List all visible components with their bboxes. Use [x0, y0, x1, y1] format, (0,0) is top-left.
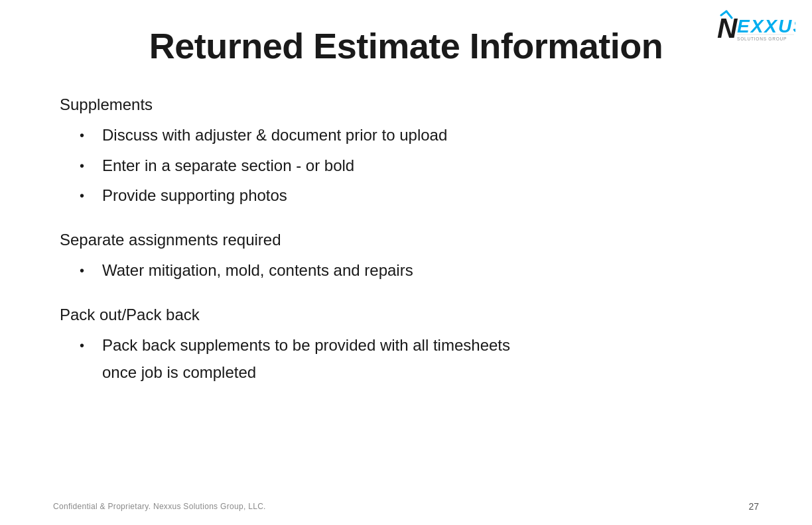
- bullet-icon: •: [80, 262, 93, 279]
- logo: N EXXUS SOLUTIONS GROUP: [716, 10, 795, 46]
- section-heading-packout: Pack out/Pack back: [60, 306, 759, 324]
- footer-page-number: 27: [748, 501, 759, 512]
- section-supplements: Supplements • Discuss with adjuster & do…: [60, 95, 759, 205]
- bullet-text: Pack back supplements to be provided wit…: [102, 335, 759, 355]
- bullet-text: Water mitigation, mold, contents and rep…: [102, 260, 759, 280]
- footer-confidential: Confidential & Proprietary. Nexxus Solut…: [53, 502, 266, 511]
- bullet-list-packout: • Pack back supplements to be provided w…: [60, 335, 759, 355]
- footer: Confidential & Proprietary. Nexxus Solut…: [0, 501, 812, 512]
- bullet-list-assignments: • Water mitigation, mold, contents and r…: [60, 260, 759, 280]
- section-heading-supplements: Supplements: [60, 95, 759, 114]
- bullet-icon: •: [80, 157, 93, 174]
- continuation-text: once job is completed: [60, 362, 759, 382]
- list-item: • Discuss with adjuster & document prior…: [80, 125, 759, 145]
- bullet-icon: •: [80, 127, 93, 144]
- content-area: Supplements • Discuss with adjuster & do…: [53, 95, 759, 382]
- svg-text:SOLUTIONS GROUP: SOLUTIONS GROUP: [737, 36, 787, 41]
- bullet-icon: •: [80, 187, 93, 204]
- svg-text:N: N: [717, 13, 738, 44]
- section-heading-assignments: Separate assignments required: [60, 231, 759, 249]
- list-item: • Enter in a separate section - or bold: [80, 155, 759, 176]
- list-item: • Provide supporting photos: [80, 185, 759, 205]
- slide-container: N EXXUS SOLUTIONS GROUP Returned Estimat…: [0, 0, 812, 525]
- bullet-icon: •: [80, 337, 93, 354]
- svg-text:EXXUS: EXXUS: [737, 16, 795, 36]
- section-assignments: Separate assignments required • Water mi…: [60, 231, 759, 280]
- bullet-text: Discuss with adjuster & document prior t…: [102, 125, 759, 145]
- bullet-text: Enter in a separate section - or bold: [102, 155, 759, 176]
- page-title: Returned Estimate Information: [53, 27, 759, 66]
- bullet-list-supplements: • Discuss with adjuster & document prior…: [60, 125, 759, 205]
- list-item: • Water mitigation, mold, contents and r…: [80, 260, 759, 280]
- section-packout: Pack out/Pack back • Pack back supplemen…: [60, 306, 759, 382]
- list-item: • Pack back supplements to be provided w…: [80, 335, 759, 355]
- bullet-text: Provide supporting photos: [102, 185, 759, 205]
